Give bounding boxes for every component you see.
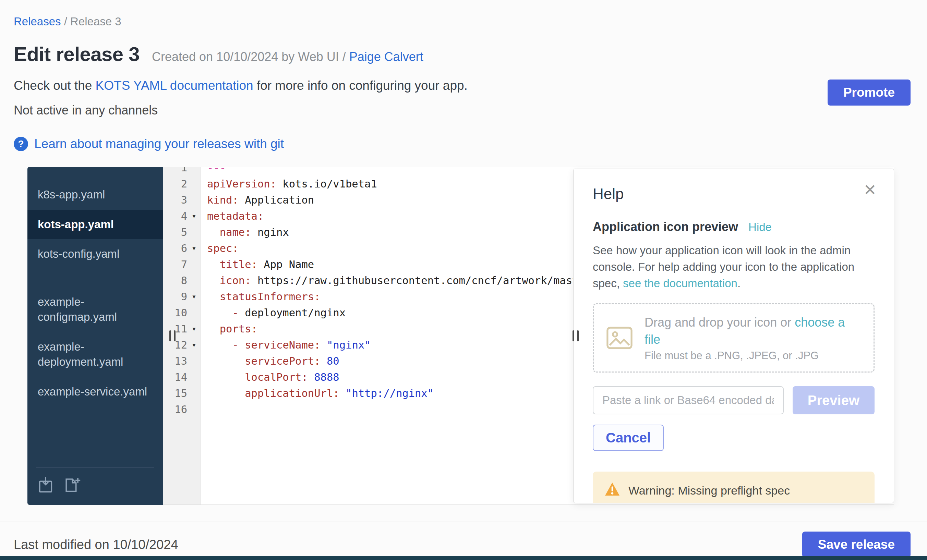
last-modified-text: Last modified on 10/10/2024 [14, 537, 178, 552]
created-author-link[interactable]: Paige Calvert [350, 50, 423, 64]
sidebar-footer-divider [36, 467, 154, 468]
file-tree-item[interactable]: example-deployment.yaml [27, 332, 163, 377]
icon-dropzone[interactable]: Drag and drop your icon or choose a file… [593, 303, 875, 373]
breadcrumb-current: Release 3 [70, 15, 122, 28]
help-description: See how your application icon will look … [593, 242, 860, 291]
file-tree-item[interactable]: k8s-app.yaml [27, 180, 163, 210]
line-number: 3 [163, 192, 187, 208]
help-resize-handle[interactable] [573, 330, 579, 341]
created-text: Created on 10/10/2024 by Web UI / Paige … [152, 50, 423, 64]
sidebar-footer [27, 467, 163, 495]
file-tree: k8s-app.yamlkots-app.yamlkots-config.yam… [27, 180, 163, 407]
preview-button[interactable]: Preview [793, 386, 875, 414]
workspace: k8s-app.yamlkots-app.yamlkots-config.yam… [27, 167, 894, 505]
code-text [201, 401, 207, 417]
code-text: ports: [201, 321, 257, 337]
kots-docs-link[interactable]: KOTS YAML documentation [96, 79, 253, 93]
preflight-warning: Warning: Missing preflight spec Warning … [593, 472, 875, 503]
image-placeholder-icon [606, 326, 633, 349]
doc-suffix: for more info on configuring your app. [253, 79, 468, 93]
icon-url-input[interactable] [593, 386, 784, 414]
see-documentation-link[interactable]: see the documentation [623, 277, 737, 290]
line-number: 1 [163, 167, 187, 176]
line-number: 8 [163, 272, 187, 288]
code-text: name: nginx [201, 224, 289, 240]
question-icon: ? [14, 137, 28, 151]
code-text: servicePort: 80 [201, 353, 339, 369]
file-tree-divider [37, 278, 153, 278]
help-panel: ✕ Help Application icon preview Hide See… [573, 168, 894, 503]
fold-spacer [187, 224, 201, 240]
footer: Last modified on 10/10/2024 Save release [0, 522, 927, 558]
line-number: 14 [163, 369, 187, 385]
icon-preview-header: Application icon preview Hide [593, 220, 875, 234]
warning-icon [605, 482, 620, 499]
close-icon[interactable]: ✕ [863, 182, 877, 198]
fold-arrow-icon[interactable]: ▾ [187, 240, 201, 256]
cancel-button[interactable]: Cancel [593, 425, 664, 451]
fold-arrow-icon[interactable]: ▾ [187, 321, 201, 337]
dropzone-text: Drag and drop your icon or choose a file [644, 314, 861, 348]
help-description-period: . [737, 277, 740, 290]
fold-arrow-icon[interactable]: ▾ [187, 208, 201, 224]
dropzone-copy: Drag and drop your icon or choose a file… [644, 314, 861, 362]
git-help-row: ? Learn about managing your releases wit… [14, 137, 910, 151]
line-number: 13 [163, 353, 187, 369]
page: Releases / Release 3 Edit release 3 Crea… [0, 0, 927, 505]
bottom-strip [0, 556, 927, 560]
promote-button[interactable]: Promote [828, 79, 910, 106]
line-number: 10 [163, 305, 187, 321]
code-text: title: App Name [201, 256, 314, 272]
fold-spacer [187, 256, 201, 272]
new-file-icon[interactable] [64, 476, 81, 493]
line-number: 16 [163, 401, 187, 417]
line-number: 9 [163, 288, 187, 305]
fold-arrow-icon[interactable]: ▾ [187, 288, 201, 305]
channel-status: Not active in any channels [14, 103, 910, 118]
fold-spacer [187, 385, 201, 401]
fold-spacer [187, 272, 201, 288]
code-text: spec: [201, 240, 239, 256]
doc-line: Check out the KOTS YAML documentation fo… [14, 79, 910, 93]
line-number: 6 [163, 240, 187, 256]
code-text: --- [201, 167, 226, 176]
breadcrumb-separator: / [61, 15, 71, 28]
import-file-icon[interactable] [38, 476, 53, 493]
breadcrumb-releases-link[interactable]: Releases [14, 15, 61, 28]
fold-arrow-icon[interactable]: ▾ [187, 337, 201, 353]
line-number: 7 [163, 256, 187, 272]
warning-head: Warning: Missing preflight spec [605, 482, 863, 499]
code-text: - deployment/nginx [201, 305, 346, 321]
line-number: 5 [163, 224, 187, 240]
doc-prefix: Check out the [14, 79, 96, 93]
code-text: metadata: [201, 208, 264, 224]
breadcrumb: Releases / Release 3 [14, 15, 910, 28]
file-tree-item[interactable]: kots-config.yaml [27, 239, 163, 269]
fold-spacer [187, 401, 201, 417]
git-releases-link[interactable]: Learn about managing your releases with … [34, 137, 284, 151]
fold-spacer [187, 305, 201, 321]
line-number: 2 [163, 176, 187, 192]
code-text: - serviceName: "nginx" [201, 337, 371, 353]
fold-spacer [187, 167, 201, 176]
code-text: kind: Application [201, 192, 314, 208]
line-number: 15 [163, 385, 187, 401]
code-text: apiVersion: kots.io/v1beta1 [201, 176, 377, 192]
icon-url-row: Preview [593, 386, 875, 414]
save-release-button[interactable]: Save release [802, 531, 910, 558]
line-number: 4 [163, 208, 187, 224]
file-tree-item[interactable]: kots-app.yaml [27, 210, 163, 240]
file-tree-item[interactable]: example-service.yaml [27, 377, 163, 407]
code-text: applicationUrl: "http://nginx" [201, 385, 434, 401]
created-prefix: Created on 10/10/2024 by Web UI / [152, 50, 350, 64]
file-tree-item[interactable]: example-configmap.yaml [27, 287, 163, 332]
title-row: Edit release 3 Created on 10/10/2024 by … [14, 42, 910, 65]
sidebar-resize-handle[interactable] [169, 330, 176, 341]
help-title: Help [593, 185, 875, 203]
code-text: icon: https://raw.githubusercontent.com/… [201, 272, 597, 288]
sidebar-icons [36, 476, 154, 495]
page-title: Edit release 3 [14, 42, 140, 65]
hide-link[interactable]: Hide [748, 221, 772, 234]
warning-title: Warning: Missing preflight spec [628, 484, 790, 497]
fold-spacer [187, 192, 201, 208]
